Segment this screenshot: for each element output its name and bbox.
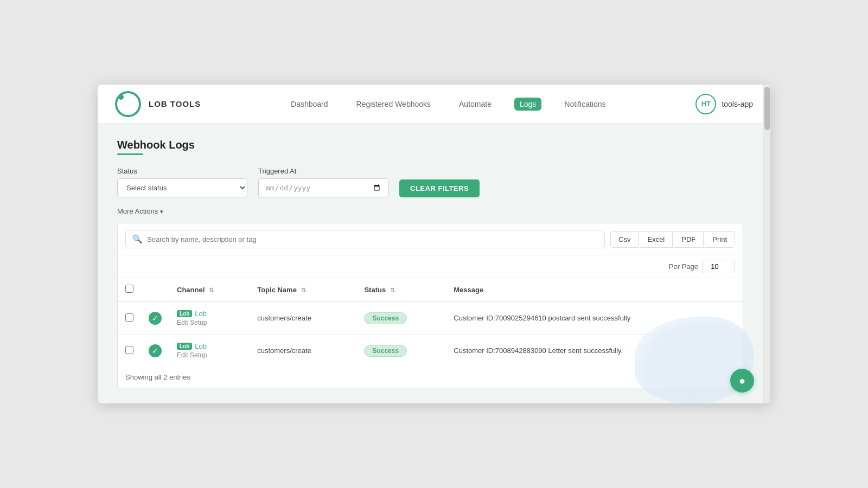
- pdf-button[interactable]: PDF: [674, 231, 704, 248]
- clear-filters-button[interactable]: CLEAR FILTERS: [399, 179, 480, 197]
- row-2-expand-cell: ✓: [141, 335, 169, 367]
- row-2-message-cell: Customer ID:7008942883090 Letter sent su…: [446, 335, 743, 367]
- row-1-expand-icon[interactable]: ✓: [149, 312, 162, 325]
- row-1-status-badge: Success: [364, 312, 407, 324]
- select-all-checkbox[interactable]: [125, 285, 133, 293]
- row-1-lob-badge: Lob: [177, 310, 192, 317]
- th-status[interactable]: Status ⇅: [356, 278, 446, 301]
- th-channel[interactable]: Channel ⇅: [169, 278, 250, 301]
- logo-area: LOB TOOLS: [115, 91, 201, 117]
- export-buttons: Csv Excel PDF Print: [610, 231, 735, 248]
- excel-button[interactable]: Excel: [640, 231, 673, 248]
- table-container: 🔍 Csv Excel PDF Print Per Page: [117, 223, 743, 388]
- filters-row: Status Select status Triggered At CLEAR …: [117, 167, 743, 197]
- logo-icon: [115, 91, 141, 117]
- row-2-channel-cell: Lob Lob Edit Setup: [169, 335, 250, 367]
- nav-item-logs[interactable]: Logs: [514, 98, 541, 111]
- search-wrap: 🔍: [125, 230, 605, 248]
- row-2-expand-icon[interactable]: ✓: [149, 344, 162, 357]
- search-input[interactable]: [147, 235, 598, 243]
- row-1-checkbox[interactable]: [125, 313, 133, 322]
- showing-text: Showing all 2 entries: [118, 367, 743, 388]
- logo-dot: [118, 94, 124, 100]
- chat-button[interactable]: ●: [730, 369, 754, 393]
- scrollbar[interactable]: [763, 85, 770, 403]
- th-checkbox: [118, 278, 141, 301]
- row-2-topic-cell: customers/create: [250, 335, 356, 367]
- user-area: HT tools-app: [695, 94, 753, 114]
- row-1-topic: customers/create: [257, 314, 311, 322]
- logo-text: LOB TOOLS: [149, 99, 201, 108]
- row-1-expand-cell: ✓: [141, 301, 169, 335]
- table-row: ✓ Lob Lob Edit Setup: [118, 301, 743, 335]
- table-row: ✓ Lob Lob Edit Setup: [118, 335, 743, 367]
- row-1-message: Customer ID:7009025294610 postcard sent …: [454, 314, 630, 322]
- scrollbar-thumb[interactable]: [764, 87, 770, 130]
- th-topic-label: Topic Name: [257, 286, 297, 294]
- row-2-status-cell: Success: [356, 335, 446, 367]
- row-2-checkbox-cell: [118, 335, 141, 367]
- chat-icon: ●: [739, 375, 745, 387]
- nav-item-notifications[interactable]: Notifications: [559, 98, 611, 111]
- row-2-topic: customers/create: [257, 346, 311, 355]
- row-1-edit-setup[interactable]: Edit Setup: [177, 319, 242, 326]
- header: LOB TOOLS Dashboard Registered Webhooks …: [98, 85, 770, 124]
- status-label: Status: [117, 167, 247, 175]
- row-1-topic-cell: customers/create: [250, 301, 356, 335]
- print-button[interactable]: Print: [705, 231, 735, 248]
- csv-button[interactable]: Csv: [610, 231, 639, 248]
- row-1-checkbox-cell: [118, 301, 141, 335]
- app-name: tools-app: [722, 100, 753, 108]
- row-1-message-cell: Customer ID:7009025294610 postcard sent …: [446, 301, 743, 335]
- row-2-message: Customer ID:7008942883090 Letter sent su…: [454, 346, 623, 355]
- th-topic-sort-icon: ⇅: [301, 287, 306, 294]
- search-icon: 🔍: [132, 234, 143, 244]
- nav-item-automate[interactable]: Automate: [454, 98, 497, 111]
- th-message-label: Message: [454, 286, 483, 294]
- row-2-checkbox[interactable]: [125, 346, 133, 354]
- nav-item-webhooks[interactable]: Registered Webhooks: [351, 98, 436, 111]
- table-toolbar: 🔍 Csv Excel PDF Print: [118, 223, 743, 255]
- triggered-at-label: Triggered At: [258, 167, 388, 175]
- row-1-channel-link[interactable]: Lob: [195, 310, 207, 318]
- th-channel-label: Channel: [177, 286, 205, 294]
- page-title: Webhook Logs: [117, 139, 743, 151]
- row-2-status-badge: Success: [364, 345, 407, 357]
- main-nav: Dashboard Registered Webhooks Automate L…: [285, 98, 611, 111]
- row-2-channel-link[interactable]: Lob: [195, 342, 207, 350]
- avatar[interactable]: HT: [695, 94, 716, 114]
- per-page-label: Per Page: [669, 262, 698, 271]
- per-page-input[interactable]: [703, 260, 735, 273]
- th-channel-sort-icon: ⇅: [209, 287, 214, 294]
- row-1-channel-cell: Lob Lob Edit Setup: [169, 301, 250, 335]
- more-actions-dropdown[interactable]: More Actions: [117, 207, 743, 215]
- row-2-lob-badge: Lob: [177, 343, 192, 350]
- row-2-edit-setup[interactable]: Edit Setup: [177, 351, 242, 359]
- per-page-row: Per Page: [118, 255, 743, 278]
- main-content: Webhook Logs Status Select status Trigge…: [98, 124, 770, 403]
- triggered-at-filter-group: Triggered At: [258, 167, 388, 197]
- th-topic-name[interactable]: Topic Name ⇅: [250, 278, 356, 301]
- status-select[interactable]: Select status: [117, 178, 247, 197]
- th-status-label: Status: [364, 286, 386, 294]
- status-filter-group: Status Select status: [117, 167, 247, 197]
- th-message: Message: [446, 278, 743, 301]
- th-expand: [141, 278, 169, 301]
- date-input[interactable]: [258, 178, 388, 197]
- th-status-sort-icon: ⇅: [390, 287, 395, 294]
- title-underline: [117, 153, 143, 155]
- logs-table: Channel ⇅ Topic Name ⇅ Status ⇅ Messag: [118, 278, 743, 367]
- nav-item-dashboard[interactable]: Dashboard: [285, 98, 334, 111]
- row-1-status-cell: Success: [356, 301, 446, 335]
